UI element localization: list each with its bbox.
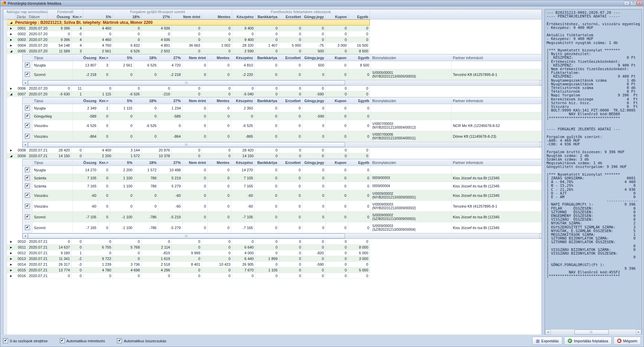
detail-column-header-nem-rint[interactable]: Nem érint (182, 159, 208, 166)
collapse-arrow-icon[interactable]: ◢ (7, 48, 15, 54)
detail-column-header-sszeg[interactable]: Összeg (73, 54, 98, 61)
column-header-5%[interactable]: 5% (83, 14, 113, 19)
detail-column-header-ker[interactable]: Ker.≈ (98, 54, 110, 61)
scroll-left-arrow-icon[interactable]: ◄ (545, 330, 551, 335)
master-row[interactable]: ▶00142020.07.2126 317-31 2393 7362 5188 … (7, 262, 370, 267)
detail-column-header-partner-inform-ci[interactable]: Partner információ (452, 159, 542, 166)
master-row[interactable]: ▶00102020.07.210000000000000 (7, 239, 370, 245)
master-row[interactable]: ▶00062020.07.2001100000000000 (7, 86, 370, 91)
detail-column-header-g-ngy-jegy[interactable]: Göngy.jegy (302, 54, 326, 61)
detail-row[interactable]: ✔Visszáru-864000-86400-86500000V/0007/00… (23, 131, 542, 142)
close-button[interactable]: × (637, 1, 642, 5)
detail-column-header-egy-b[interactable]: Egyéb (348, 54, 371, 61)
checkbox-auto-size[interactable]: ✔ Automatikus méretezés (60, 338, 105, 343)
master-row[interactable]: ▶00032020.07.209 39644 46004 936009 4000… (7, 37, 370, 43)
detail-column-header-18%[interactable]: 18% (134, 159, 158, 166)
detail-column-header-partner-inform-ci[interactable]: Partner információ (452, 97, 542, 104)
detail-column-header-bizonylatsz-m[interactable]: Bizonylatszám (371, 159, 452, 166)
scroll-left-arrow-icon[interactable]: ◄ (23, 233, 28, 238)
detail-column-header-k-szp-nz[interactable]: Készpénz (231, 97, 255, 104)
detail-column-header-nem-rint[interactable]: Nem érint (182, 54, 208, 61)
collapse-arrow-icon[interactable]: ◢ (7, 21, 15, 24)
column-header-kupon[interactable]: Kupon (326, 14, 348, 19)
collapse-arrow-icon[interactable]: ◢ (7, 91, 15, 97)
detail-column-header-ker[interactable]: Ker.≈ (98, 159, 110, 166)
column-header-bankk-rtya[interactable]: Bankkártya (255, 14, 279, 19)
detail-row[interactable]: ✔Számla7 16501 1007865 279007 1650000000… (23, 182, 542, 190)
scroll-thumb[interactable] (574, 330, 609, 335)
column-header-mentes[interactable]: Mentes (202, 14, 232, 19)
detail-column-header-erzs-bet[interactable]: Erzsébet (279, 54, 302, 61)
column-header-nem-rint[interactable]: Nem érint (172, 14, 202, 19)
detail-row[interactable]: ✔Visszáru-60000-6000-6000000V/0009/00002… (23, 190, 542, 201)
panel-splitter[interactable] (542, 9, 545, 335)
detail-column-header-sszeg[interactable]: Összeg (73, 97, 98, 104)
report-horizontal-scrollbar[interactable]: ◄► (545, 329, 641, 335)
expand-arrow-icon[interactable]: ▶ (7, 147, 15, 153)
continue-import-button[interactable]: ✔ Importálás folytatása (564, 337, 612, 345)
detail-row[interactable]: ✔Nyugta14 27002 2001 57210 4980014 27000… (23, 166, 542, 174)
expand-arrow-icon[interactable]: ▶ (7, 267, 15, 273)
master-row[interactable]: ▶00152020.07.2113 77404 7804 6984 296007… (7, 267, 370, 273)
master-row[interactable]: ▶00132020.07.2111 341-29 72201 619006 44… (7, 256, 370, 262)
detail-column-header-kupon[interactable]: Kupon (326, 159, 348, 166)
row-checkbox[interactable]: ✔ (25, 183, 30, 188)
detail-column-header-ker[interactable]: Ker.≈ (98, 97, 110, 104)
detail-column-header-mentes[interactable]: Mentes (208, 159, 231, 166)
row-checkbox[interactable]: ✔ (25, 72, 30, 77)
row-checkbox[interactable]: ✔ (25, 175, 30, 180)
collapse-arrow-icon[interactable]: ◢ (7, 153, 15, 159)
detail-horizontal-scrollbar[interactable]: ◄► (23, 80, 542, 85)
detail-row[interactable]: ✔Visszáru-6 52600-6 526000-6 52500000V/0… (23, 120, 542, 131)
detail-column-header-t-pus[interactable]: Típus (33, 97, 73, 104)
master-row[interactable]: ▶00022020.07.200000000000000 (7, 31, 370, 37)
scroll-track[interactable] (551, 330, 636, 335)
scroll-right-arrow-icon[interactable]: ► (540, 80, 542, 85)
expand-arrow-icon[interactable]: ▶ (7, 256, 15, 261)
row-checkbox[interactable]: ✔ (25, 123, 30, 128)
checkbox-hide-zero-columns[interactable]: ✔ 0-ás oszlopok elrejtése (3, 338, 48, 343)
row-checkbox[interactable]: ✔ (25, 105, 30, 111)
detail-column-header-nem-rint[interactable]: Nem érint (182, 97, 208, 104)
checkbox-auto-collapse[interactable]: ✔ Automatikus összecsukás (117, 338, 166, 343)
column-header-k-szp-nz[interactable]: Készpénz (232, 14, 255, 19)
detail-column-header-5%[interactable]: 5% (110, 159, 134, 166)
expand-arrow-icon[interactable]: ▶ (7, 245, 15, 250)
row-checkbox[interactable]: ✔ (25, 167, 30, 172)
scroll-left-arrow-icon[interactable]: ◄ (23, 142, 28, 147)
scroll-thumb[interactable] (28, 233, 345, 238)
expand-arrow-icon[interactable]: ▶ (7, 86, 15, 91)
row-checkbox[interactable]: ✔ (25, 204, 30, 209)
row-checkbox[interactable]: ✔ (25, 134, 30, 139)
detail-row[interactable]: ✔Nyugta2 34911 11501 234002 35000000 (23, 104, 542, 112)
detail-row[interactable]: ✔Számla7 10501 1007865 219007 1050000000… (23, 174, 542, 182)
detail-column-header-t-pus[interactable]: Típus (33, 54, 73, 61)
detail-horizontal-scrollbar[interactable]: ◄► (23, 233, 542, 238)
export-button[interactable]: ▦ Exportálás (532, 337, 562, 345)
detail-column-header-erzs-bet[interactable]: Erzsébet (279, 97, 302, 104)
detail-column-header-mentes[interactable]: Mentes (208, 97, 231, 104)
expand-arrow-icon[interactable]: ▶ (7, 239, 15, 244)
detail-column-header-mentes[interactable]: Mentes (208, 54, 231, 61)
detail-column-header-g-ngy-jegy[interactable]: Göngy.jegy (302, 97, 326, 104)
column-header-27%[interactable]: 27% (141, 14, 172, 19)
detail-column-header-5%[interactable]: 5% (110, 54, 134, 61)
title-bar[interactable]: Pénztárgép bizonylatok feladása ─ ❐ × (0, 0, 644, 6)
expand-arrow-icon[interactable]: ▶ (7, 31, 15, 37)
detail-column-header-bankk-rtya[interactable]: Bankkártya (255, 54, 279, 61)
detail-column-header-sszeg[interactable]: Összeg (73, 159, 98, 166)
row-checkbox[interactable]: ✔ (25, 225, 30, 230)
detail-column-header-k-szp-nz[interactable]: Készpénz (231, 54, 255, 61)
detail-column-header-18%[interactable]: 18% (134, 54, 158, 61)
detail-row[interactable]: ✔Nyugta13 80732 5616 5264 720004 8100050… (23, 61, 542, 69)
scroll-right-arrow-icon[interactable]: ► (636, 330, 641, 335)
scroll-track[interactable] (28, 233, 540, 238)
column-header-d-tum[interactable]: Dátum (28, 14, 48, 19)
detail-column-header-t-pus[interactable]: Típus (33, 159, 73, 166)
expand-arrow-icon[interactable]: ▶ (7, 26, 15, 31)
master-row[interactable]: ▶00042020.07.2054 14844 7606 8324 89136 … (7, 43, 370, 48)
row-checkbox[interactable]: ✔ (25, 114, 30, 119)
detail-column-header-5%[interactable]: 5% (110, 97, 134, 104)
expand-arrow-icon[interactable]: ▶ (7, 273, 15, 278)
detail-horizontal-scrollbar[interactable]: ◄► (23, 142, 542, 147)
